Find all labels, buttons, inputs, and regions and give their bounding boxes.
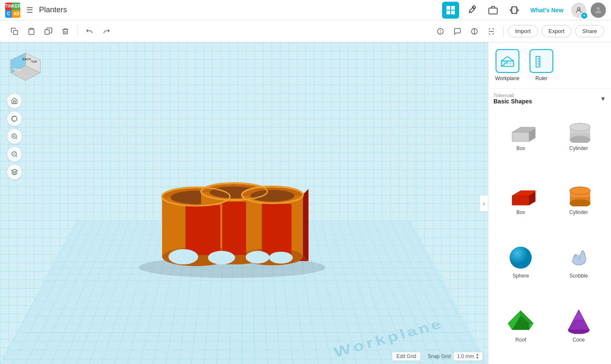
plus-badge: +	[581, 13, 587, 19]
roof-svg	[506, 306, 535, 334]
zoom-out-button[interactable]	[7, 147, 22, 162]
copy-button[interactable]	[7, 24, 22, 39]
3d-viewport[interactable]: Workplane BACK TOP LEFT	[0, 42, 488, 364]
svg-rect-0	[446, 6, 450, 10]
box-gray-svg	[506, 115, 535, 143]
svg-line-25	[16, 138, 17, 139]
rotate-view-button[interactable]	[7, 111, 22, 126]
snap-grid-control: Snap Grid 1.0 mm ▲▼	[428, 352, 483, 361]
svg-rect-6	[512, 7, 517, 14]
zoom-in-button[interactable]	[7, 129, 22, 144]
tinkercad-logo[interactable]: TIN KER C AD	[5, 3, 20, 18]
svg-line-58	[501, 56, 507, 61]
ruler-tool[interactable]: Ruler	[530, 49, 553, 81]
snap-value[interactable]: 1.0 mm ▲▼	[453, 352, 483, 361]
svg-point-86	[570, 187, 590, 195]
shape-item-cylinder-orange[interactable]: Cylinder	[550, 173, 608, 237]
whats-new-link[interactable]: What's New	[530, 7, 563, 14]
add-user-button[interactable]: +	[571, 3, 586, 18]
box-gray-label: Box	[516, 145, 525, 151]
box-gray-canvas	[504, 114, 538, 144]
svg-rect-1	[451, 6, 455, 10]
main-area: Workplane BACK TOP LEFT	[0, 42, 611, 364]
undo-button[interactable]	[82, 24, 97, 39]
snap-value-arrows[interactable]: ▲▼	[476, 353, 479, 360]
hammer-icon	[467, 5, 477, 15]
svg-marker-71	[512, 132, 529, 142]
layers-icon	[11, 169, 18, 175]
planters-model-svg	[113, 142, 351, 278]
toolbar: Import Export Share	[0, 20, 611, 42]
svg-point-87	[510, 247, 532, 269]
nav-code-button[interactable]	[506, 2, 523, 19]
note-icon	[437, 28, 444, 35]
scribble-label: Scribble	[569, 273, 588, 279]
edit-grid-button[interactable]: Edit Grid	[392, 352, 421, 361]
project-title[interactable]: Planters	[39, 6, 67, 14]
comment-button[interactable]	[450, 24, 465, 39]
box-red-canvas	[504, 178, 538, 208]
note-button[interactable]	[433, 24, 448, 39]
hamburger-menu[interactable]: ☰	[26, 6, 33, 15]
shape-item-roof[interactable]: Roof	[492, 300, 550, 364]
logo-ker: KER	[12, 3, 20, 10]
export-button[interactable]: Export	[541, 25, 572, 37]
avatar-icon	[594, 6, 603, 15]
sphere-label: Sphere	[513, 273, 529, 279]
user-avatar[interactable]	[591, 3, 606, 18]
workplane-icon	[500, 53, 515, 69]
svg-rect-2	[446, 11, 450, 14]
navigation-cube[interactable]: BACK TOP LEFT	[8, 51, 42, 85]
undo-icon	[86, 28, 93, 35]
duplicate-button[interactable]	[41, 24, 56, 39]
scribble-canvas	[562, 242, 596, 271]
ruler-icon-box	[530, 49, 553, 73]
nav-cube-svg: BACK TOP LEFT	[8, 51, 42, 85]
roof-label: Roof	[516, 337, 526, 343]
import-button[interactable]: Import	[508, 25, 538, 37]
share-button[interactable]: Share	[575, 25, 604, 37]
duplicate-icon	[45, 28, 52, 35]
svg-rect-11	[45, 30, 50, 34]
cylinder-gray-canvas	[562, 114, 596, 144]
nav-briefcase-button[interactable]	[485, 2, 502, 19]
shape-item-cone[interactable]: Cone	[550, 300, 608, 364]
user-icon	[575, 6, 583, 14]
flip-button[interactable]	[484, 24, 499, 39]
mirror-button[interactable]	[467, 24, 482, 39]
shape-item-box-red[interactable]: Box	[492, 173, 550, 237]
paste-button[interactable]	[24, 24, 39, 39]
home-view-button[interactable]	[7, 93, 22, 108]
nav-design-button[interactable]	[442, 2, 459, 19]
svg-rect-48	[222, 202, 246, 255]
panel-toggle-button[interactable]: ›	[479, 195, 488, 212]
snap-grid-label: Snap Grid	[428, 353, 451, 359]
svg-point-45	[250, 190, 294, 202]
shape-item-scribble[interactable]: Scribble	[550, 236, 608, 300]
layers-button[interactable]	[7, 164, 22, 180]
svg-point-7	[577, 8, 580, 10]
shape-item-sphere[interactable]: Sphere	[492, 236, 550, 300]
snap-value-text: 1.0 mm	[457, 353, 474, 359]
flip-icon	[488, 28, 495, 35]
grid-icon	[446, 5, 456, 15]
selector-inner: Tinkercad Basic Shapes	[493, 93, 532, 105]
action-buttons: Import Export Share	[508, 25, 604, 37]
svg-rect-47	[185, 205, 220, 255]
svg-point-78	[570, 123, 590, 131]
trash-icon	[62, 28, 69, 35]
selector-arrow[interactable]: ▼	[600, 95, 606, 102]
delete-button[interactable]	[58, 24, 73, 39]
redo-button[interactable]	[99, 24, 114, 39]
workplane-tool[interactable]: Workplane	[495, 49, 519, 81]
orbit-icon	[11, 115, 18, 122]
svg-marker-93	[573, 310, 584, 320]
svg-point-50	[168, 249, 198, 264]
cone-canvas	[562, 306, 596, 335]
shape-item-box-gray[interactable]: Box	[492, 109, 550, 173]
nav-hammer-button[interactable]	[463, 2, 480, 19]
shape-category-selector[interactable]: Tinkercad Basic Shapes ▼	[493, 93, 606, 105]
cylinder-gray-svg	[564, 115, 594, 143]
zoom-in-icon	[11, 133, 18, 140]
shape-item-cylinder-gray[interactable]: Cylinder	[550, 109, 608, 173]
